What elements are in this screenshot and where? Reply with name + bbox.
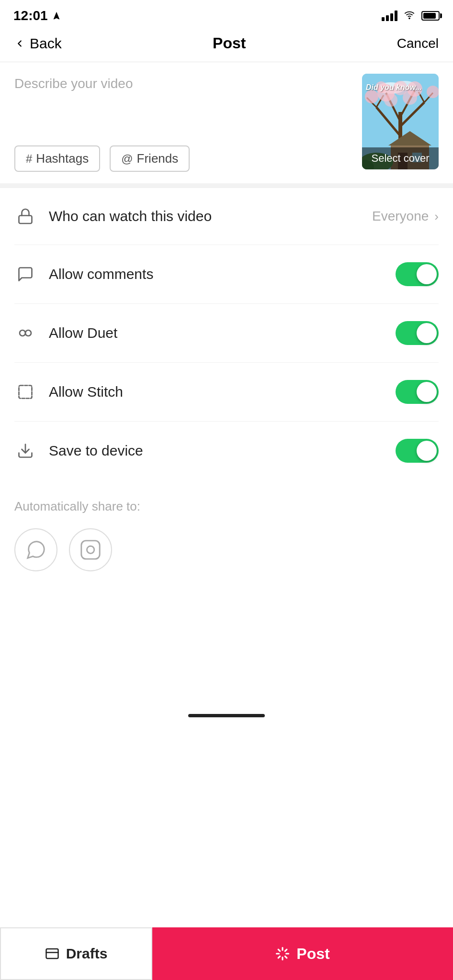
svg-rect-27 xyxy=(19,216,32,224)
save-to-device-item: Save to device xyxy=(14,422,439,480)
battery-icon xyxy=(421,11,440,21)
cancel-button[interactable]: Cancel xyxy=(397,36,439,51)
stitch-icon xyxy=(14,381,36,403)
allow-comments-item: Allow comments xyxy=(14,245,439,304)
nav-header: Back Post Cancel xyxy=(0,29,453,62)
signal-bars-icon xyxy=(382,11,397,21)
who-can-watch-value: Everyone xyxy=(372,209,429,224)
drafts-icon xyxy=(45,947,59,961)
whatsapp-share-button[interactable] xyxy=(14,528,57,571)
svg-line-39 xyxy=(285,956,287,958)
instagram-icon xyxy=(79,539,102,561)
navigation-icon xyxy=(52,11,61,21)
chevron-right-icon: › xyxy=(434,209,439,224)
hashtag-icon: # xyxy=(26,152,32,166)
hashtags-button[interactable]: # Hashtags xyxy=(14,145,100,172)
drafts-button[interactable]: Drafts xyxy=(0,927,152,980)
svg-rect-30 xyxy=(19,386,32,399)
duet-icon xyxy=(14,322,36,344)
svg-line-42 xyxy=(278,956,280,958)
svg-point-17 xyxy=(427,86,439,98)
description-input[interactable]: Describe your video xyxy=(14,74,352,131)
svg-line-43 xyxy=(285,949,287,951)
allow-stitch-item: Allow Stitch xyxy=(14,363,439,422)
svg-rect-32 xyxy=(81,541,100,559)
back-chevron-icon xyxy=(14,38,25,49)
svg-point-20 xyxy=(403,90,417,105)
select-cover-button[interactable]: Select cover xyxy=(362,147,439,169)
svg-point-19 xyxy=(384,93,397,107)
download-icon xyxy=(14,440,36,462)
svg-point-14 xyxy=(365,90,378,103)
drafts-label: Drafts xyxy=(66,946,108,962)
svg-point-28 xyxy=(20,330,25,336)
allow-duet-label: Allow Duet xyxy=(49,325,117,341)
svg-point-29 xyxy=(25,330,31,336)
svg-line-38 xyxy=(278,949,280,951)
post-button[interactable]: Post xyxy=(152,927,453,980)
friends-button[interactable]: @ Friends xyxy=(110,145,190,172)
back-button[interactable]: Back xyxy=(14,35,62,52)
whatsapp-icon xyxy=(25,539,47,561)
allow-comments-toggle[interactable] xyxy=(396,262,439,286)
allow-duet-toggle[interactable] xyxy=(396,321,439,345)
allow-stitch-toggle[interactable] xyxy=(396,380,439,404)
hashtags-label: Hashtags xyxy=(36,151,89,166)
who-can-watch-item[interactable]: Who can watch this video Everyone › xyxy=(14,188,439,245)
instagram-share-button[interactable] xyxy=(69,528,112,571)
allow-duet-item: Allow Duet xyxy=(14,304,439,363)
allow-stitch-label: Allow Stitch xyxy=(49,384,123,400)
post-sparkle-icon xyxy=(275,947,290,961)
save-to-device-toggle[interactable] xyxy=(396,439,439,463)
home-indicator-bar xyxy=(188,714,265,717)
did-you-know-text: Did you know... xyxy=(366,83,422,92)
page-title: Post xyxy=(213,34,246,52)
auto-share-section: Automatically share to: xyxy=(0,480,453,586)
friends-label: Friends xyxy=(137,151,179,166)
wifi-icon xyxy=(403,10,416,22)
status-time: 12:01 xyxy=(13,8,48,23)
svg-point-0 xyxy=(409,18,410,19)
at-icon: @ xyxy=(121,152,133,166)
settings-list: Who can watch this video Everyone › Allo… xyxy=(0,188,453,480)
save-to-device-label: Save to device xyxy=(49,443,143,459)
svg-rect-34 xyxy=(46,949,58,958)
section-divider xyxy=(0,183,453,188)
description-section: Describe your video # Hashtags @ Friends xyxy=(0,62,453,183)
video-thumbnail[interactable]: Did you know... Select cover xyxy=(362,74,439,169)
status-bar: 12:01 xyxy=(0,0,453,29)
status-icons xyxy=(382,10,440,22)
back-label: Back xyxy=(30,35,62,52)
comment-icon xyxy=(14,263,36,285)
post-label: Post xyxy=(296,945,329,963)
allow-comments-label: Allow comments xyxy=(49,266,153,282)
lock-icon xyxy=(14,205,36,227)
share-icons-row xyxy=(14,528,439,571)
bottom-actions: Drafts Post xyxy=(0,927,453,980)
auto-share-label: Automatically share to: xyxy=(14,499,439,514)
who-can-watch-label: Who can watch this video xyxy=(49,208,212,224)
home-indicator xyxy=(0,705,453,723)
